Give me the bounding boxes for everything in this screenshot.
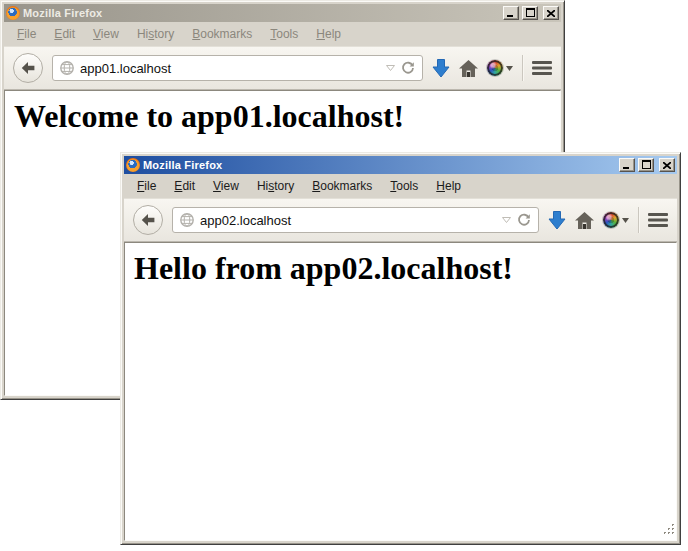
menu-label-post: iew (221, 179, 239, 193)
page-heading: Welcome to app01.localhost! (14, 99, 552, 134)
back-button[interactable] (13, 53, 43, 83)
maximize-button[interactable] (638, 158, 654, 172)
close-icon (547, 10, 555, 17)
back-arrow-icon (21, 62, 35, 74)
menu-label-mnemonic: H (316, 27, 325, 41)
addon-button[interactable] (603, 212, 629, 228)
download-icon (548, 211, 566, 230)
minimize-button[interactable] (503, 6, 519, 20)
globe-icon[interactable] (180, 213, 194, 227)
reload-icon[interactable] (401, 61, 415, 75)
menu-tools[interactable]: Tools (383, 176, 425, 196)
menubar: File Edit View History Bookmarks Tools H… (124, 174, 677, 198)
menu-label-post: elp (445, 179, 461, 193)
menu-edit[interactable]: Edit (167, 176, 202, 196)
resize-grip-icon (663, 523, 675, 535)
url-text[interactable]: app01.localhost (80, 61, 380, 76)
menubar: File Edit View History Bookmarks Tools H… (4, 22, 561, 46)
menu-label-post: iew (101, 27, 119, 41)
download-button[interactable] (432, 59, 450, 78)
menu-view[interactable]: View (86, 24, 126, 44)
reload-icon[interactable] (517, 213, 531, 227)
menu-tools[interactable]: Tools (263, 24, 305, 44)
download-icon (432, 59, 450, 78)
menu-label-post: ools (276, 27, 298, 41)
close-button[interactable] (543, 6, 559, 20)
menu-help[interactable]: Help (309, 24, 348, 44)
menu-label-post: dit (62, 27, 75, 41)
navigation-toolbar: app02.localhost (124, 198, 677, 242)
minimize-button[interactable] (619, 158, 635, 172)
maximize-button[interactable] (522, 6, 538, 20)
menu-help[interactable]: Help (429, 176, 468, 196)
addon-button[interactable] (487, 60, 513, 76)
urlbar[interactable]: app02.localhost (172, 207, 539, 233)
menu-history[interactable]: History (130, 24, 181, 44)
titlebar[interactable]: Mozilla Firefox (4, 4, 561, 22)
menu-label-post: ools (396, 179, 418, 193)
minimize-icon (623, 162, 631, 169)
home-icon (575, 212, 594, 229)
menu-label-post: ookmarks (200, 27, 252, 41)
menu-bookmarks[interactable]: Bookmarks (185, 24, 259, 44)
menu-bookmarks[interactable]: Bookmarks (305, 176, 379, 196)
menu-label-post: dit (182, 179, 195, 193)
navigation-toolbar: app01.localhost (4, 46, 561, 90)
maximize-icon (642, 160, 651, 169)
close-button[interactable] (659, 158, 675, 172)
menu-label-mnemonic: V (213, 179, 221, 193)
chevron-down-icon (622, 218, 629, 223)
hamburger-menu-icon (648, 212, 668, 228)
home-button[interactable] (575, 212, 594, 229)
maximize-icon (526, 8, 535, 17)
toolbar-separator (522, 55, 523, 81)
addon-icon (487, 60, 503, 76)
titlebar[interactable]: Mozilla Firefox (124, 156, 677, 174)
back-button[interactable] (133, 205, 163, 235)
page-heading: Hello from app02.localhost! (134, 251, 668, 286)
addon-icon (603, 212, 619, 228)
firefox-icon (126, 158, 140, 172)
menu-label-post: ile (144, 179, 156, 193)
window-title: Mozilla Firefox (23, 7, 500, 19)
chevron-down-icon (506, 66, 513, 71)
menu-label-mnemonic: V (93, 27, 101, 41)
urlbar-dropdown-icon[interactable] (502, 217, 511, 223)
resize-grip[interactable] (663, 521, 675, 539)
hamburger-menu-icon (532, 60, 552, 76)
menu-history[interactable]: History (250, 176, 301, 196)
menu-label-post: ile (24, 27, 36, 41)
menu-view[interactable]: View (206, 176, 246, 196)
menu-label-pre: Hi (137, 27, 148, 41)
browser-window-app02: Mozilla Firefox File Edit View History B… (120, 152, 681, 545)
menu-label-post: tory (274, 179, 294, 193)
menu-label-mnemonic: H (436, 179, 445, 193)
home-button[interactable] (459, 60, 478, 77)
minimize-icon (507, 10, 515, 17)
app-menu-button[interactable] (532, 60, 552, 76)
close-icon (663, 162, 671, 169)
menu-label-pre: Hi (257, 179, 268, 193)
download-button[interactable] (548, 211, 566, 230)
url-text[interactable]: app02.localhost (200, 213, 496, 228)
page-content: Hello from app02.localhost! (124, 242, 677, 541)
menu-label-post: elp (325, 27, 341, 41)
menu-label-post: tory (154, 27, 174, 41)
firefox-icon (6, 6, 20, 20)
window-title: Mozilla Firefox (143, 159, 616, 171)
app-menu-button[interactable] (648, 212, 668, 228)
menu-label-post: ookmarks (320, 179, 372, 193)
home-icon (459, 60, 478, 77)
menu-file[interactable]: File (10, 24, 43, 44)
back-arrow-icon (141, 214, 155, 226)
menu-file[interactable]: File (130, 176, 163, 196)
urlbar-dropdown-icon[interactable] (386, 65, 395, 71)
toolbar-separator (638, 207, 639, 233)
menu-edit[interactable]: Edit (47, 24, 82, 44)
globe-icon[interactable] (60, 61, 74, 75)
urlbar[interactable]: app01.localhost (52, 55, 423, 81)
